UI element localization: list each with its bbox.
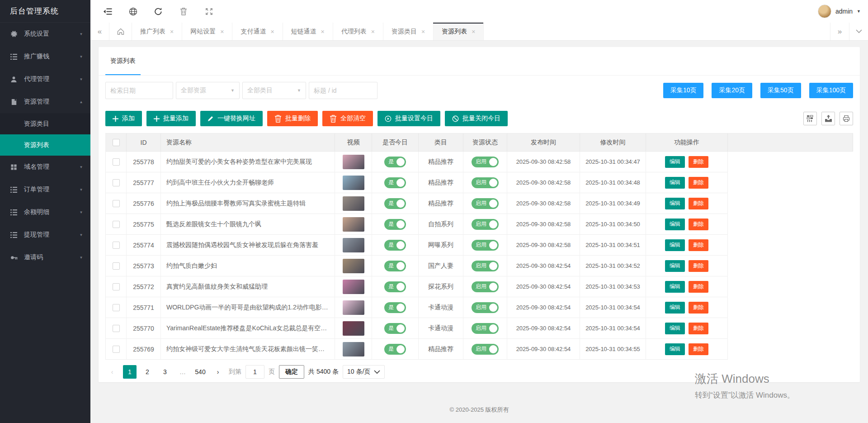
edit-button[interactable]: 编辑 (665, 343, 685, 355)
tabs-scroll-right-button[interactable]: » (830, 23, 849, 40)
today-toggle[interactable]: 是 (384, 323, 406, 334)
status-toggle[interactable]: 启用 (472, 240, 499, 251)
status-toggle[interactable]: 启用 (472, 323, 499, 334)
today-toggle[interactable]: 是 (384, 281, 406, 292)
export-button[interactable] (821, 112, 835, 125)
row-checkbox[interactable] (113, 242, 120, 249)
delete-button[interactable]: 删除 (689, 323, 708, 334)
toolbar-button-批量删除[interactable]: 批量删除 (267, 111, 318, 126)
collapse-sidebar-button[interactable] (95, 0, 120, 23)
today-toggle[interactable]: 是 (384, 219, 406, 230)
tab-推广列表[interactable]: 推广列表× (132, 23, 182, 40)
tab-代理列表[interactable]: 代理列表× (333, 23, 383, 40)
video-thumbnail[interactable] (343, 196, 364, 211)
toolbar-button-全部清空[interactable]: 全部清空 (322, 111, 373, 126)
close-icon[interactable]: × (421, 29, 425, 35)
edit-button[interactable]: 编辑 (665, 323, 685, 334)
resource-type-select[interactable]: 全部资源 ▼ (176, 82, 240, 99)
today-toggle[interactable]: 是 (384, 240, 406, 251)
filter-columns-button[interactable] (803, 112, 817, 125)
edit-button[interactable]: 编辑 (665, 239, 685, 251)
video-thumbnail[interactable] (343, 238, 364, 252)
today-toggle[interactable]: 是 (384, 198, 406, 209)
goto-page-input[interactable] (245, 365, 264, 379)
close-icon[interactable]: × (321, 29, 325, 35)
sidebar-item-邀请码[interactable]: 邀请码▼ (0, 246, 90, 269)
delete-button[interactable]: 删除 (689, 302, 708, 314)
collect-button-采集10页[interactable]: 采集10页 (663, 83, 704, 98)
fullscreen-button[interactable] (196, 0, 222, 23)
sidebar-item-推广赚钱[interactable]: 推广赚钱▼ (0, 45, 90, 68)
today-toggle[interactable]: 是 (384, 302, 406, 313)
search-input[interactable] (314, 87, 373, 94)
language-button[interactable] (120, 0, 146, 23)
delete-button[interactable]: 删除 (689, 198, 708, 209)
sidebar-subitem-资源类目[interactable]: 资源类目 (0, 113, 90, 134)
sidebar-item-系统设置[interactable]: 系统设置▼ (0, 23, 90, 45)
row-checkbox[interactable] (113, 346, 120, 353)
status-toggle[interactable]: 启用 (472, 198, 499, 209)
row-checkbox[interactable] (113, 325, 120, 332)
today-toggle[interactable]: 是 (384, 344, 406, 355)
card-tab-resource-list[interactable]: 资源列表 (105, 47, 141, 75)
today-toggle[interactable]: 是 (384, 261, 406, 271)
status-toggle[interactable]: 启用 (472, 302, 499, 313)
clear-cache-button[interactable] (171, 0, 196, 23)
edit-button[interactable]: 编辑 (665, 219, 685, 230)
video-thumbnail[interactable] (343, 280, 364, 294)
sidebar-item-代理管理[interactable]: 代理管理▼ (0, 68, 90, 90)
tab-资源列表[interactable]: 资源列表× (434, 23, 484, 40)
sidebar-item-域名管理[interactable]: 域名管理▼ (0, 156, 90, 178)
delete-button[interactable]: 删除 (689, 177, 708, 189)
row-checkbox[interactable] (113, 304, 120, 311)
row-checkbox[interactable] (113, 283, 120, 290)
tab-支付通道[interactable]: 支付通道× (232, 23, 283, 40)
row-checkbox[interactable] (113, 179, 120, 186)
page-button-2[interactable]: 2 (141, 365, 154, 379)
video-thumbnail[interactable] (343, 176, 364, 190)
sidebar-item-资源管理[interactable]: 资源管理▲ (0, 90, 90, 113)
row-checkbox[interactable] (113, 262, 120, 270)
avatar[interactable] (818, 5, 831, 18)
date-filter-input[interactable] (105, 82, 173, 99)
print-button[interactable] (840, 112, 853, 125)
collect-button-采集100页[interactable]: 采集100页 (809, 83, 853, 98)
row-checkbox[interactable] (113, 158, 120, 166)
search-box[interactable] (309, 82, 377, 99)
status-toggle[interactable]: 启用 (472, 177, 499, 188)
toolbar-button-批量关闭今日[interactable]: 批量关闭今日 (445, 111, 508, 126)
delete-button[interactable]: 删除 (689, 343, 708, 355)
edit-button[interactable]: 编辑 (665, 177, 685, 189)
video-thumbnail[interactable] (343, 321, 364, 336)
page-button-1[interactable]: 1 (123, 365, 137, 379)
tabs-menu-button[interactable] (849, 23, 868, 40)
sidebar-item-订单管理[interactable]: 订单管理▼ (0, 178, 90, 201)
close-icon[interactable]: × (371, 29, 375, 35)
page-button-3[interactable]: 3 (158, 365, 172, 379)
row-checkbox[interactable] (113, 139, 120, 146)
home-tab[interactable] (109, 23, 132, 40)
video-thumbnail[interactable] (343, 342, 364, 356)
close-icon[interactable]: × (472, 29, 475, 35)
collect-button-采集20页[interactable]: 采集20页 (712, 83, 752, 98)
delete-button[interactable]: 删除 (689, 156, 708, 168)
prev-page-button[interactable]: ‹ (105, 365, 119, 379)
edit-button[interactable]: 编辑 (665, 281, 685, 293)
delete-button[interactable]: 删除 (689, 239, 708, 251)
status-toggle[interactable]: 启用 (472, 281, 499, 292)
video-thumbnail[interactable] (343, 300, 364, 315)
delete-button[interactable]: 删除 (689, 260, 708, 272)
close-icon[interactable]: × (270, 29, 274, 35)
category-select[interactable]: 全部类目 ▼ (242, 82, 306, 99)
goto-confirm-button[interactable]: 确定 (279, 365, 304, 379)
tab-网站设置[interactable]: 网站设置× (182, 23, 232, 40)
toolbar-button-批量设置今日[interactable]: 批量设置今日 (377, 111, 440, 126)
video-thumbnail[interactable] (343, 155, 364, 169)
sidebar-item-提现管理[interactable]: 提现管理▼ (0, 223, 90, 246)
status-toggle[interactable]: 启用 (472, 157, 499, 167)
toolbar-button-添加[interactable]: 添加 (105, 111, 142, 126)
collect-button-采集50页[interactable]: 采集50页 (760, 83, 801, 98)
toolbar-button-一键替换网址[interactable]: 一键替换网址 (200, 111, 263, 126)
row-checkbox[interactable] (113, 200, 120, 207)
today-toggle[interactable]: 是 (384, 157, 406, 167)
